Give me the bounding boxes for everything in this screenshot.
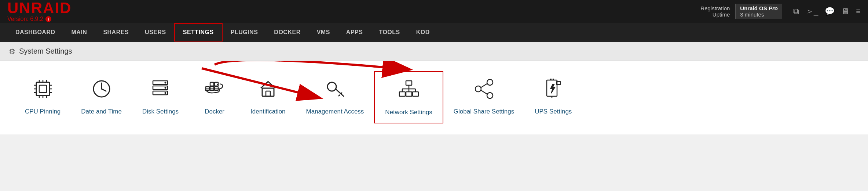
- svg-rect-28: [210, 82, 214, 86]
- svg-point-46: [487, 79, 493, 85]
- svg-point-23: [165, 87, 166, 89]
- logo: UNRAID: [7, 0, 72, 16]
- docker-icon: [204, 78, 226, 103]
- terminal-icon[interactable]: ＞_: [806, 6, 818, 17]
- cpu-icon: [32, 78, 54, 103]
- unraid-pro-badge: Unraid OS Pro 3 minutes: [735, 4, 782, 19]
- pro-label: Pro: [769, 5, 778, 11]
- svg-point-24: [165, 92, 166, 94]
- ups-icon: [542, 78, 564, 103]
- unraid-os-label: Unraid OS: [740, 5, 767, 11]
- settings-item-label-cpu-pinning[interactable]: CPU Pinning: [25, 108, 61, 115]
- svg-rect-32: [266, 91, 270, 96]
- uptime-value: 3 minutes: [740, 11, 764, 18]
- top-right-section: Registration Uptime Unraid OS Pro 3 minu…: [700, 4, 861, 19]
- settings-item-label-docker[interactable]: Docker: [205, 108, 224, 115]
- settings-item-date-and-time[interactable]: Date and Time: [71, 71, 132, 122]
- nav-item-plugins[interactable]: PLUGINS: [223, 24, 266, 41]
- svg-point-47: [475, 86, 481, 92]
- settings-item-label-ups-settings[interactable]: UPS Settings: [535, 108, 572, 115]
- svg-rect-2: [36, 82, 50, 96]
- menu-icon[interactable]: ≡: [856, 7, 861, 16]
- svg-line-18: [102, 89, 106, 91]
- settings-item-label-identification[interactable]: Identification: [250, 108, 285, 115]
- registration-info: Registration Uptime: [700, 5, 730, 18]
- version-label: Version: 6.9.2: [7, 16, 43, 22]
- svg-line-35: [341, 93, 342, 94]
- nav-item-tools[interactable]: TOOLS: [371, 24, 408, 41]
- registration-label: Registration: [700, 5, 730, 11]
- settings-item-identification[interactable]: Identification: [240, 71, 296, 122]
- settings-item-label-network-settings[interactable]: Network Settings: [385, 109, 432, 116]
- nav-item-shares[interactable]: SHARES: [95, 24, 137, 41]
- top-icons: ⧉ ＞_ 💬 🖥 ≡: [793, 6, 861, 17]
- nav-item-users[interactable]: USERS: [137, 24, 174, 41]
- settings-item-ups-settings[interactable]: UPS Settings: [524, 71, 582, 122]
- chat-icon[interactable]: 💬: [825, 7, 835, 16]
- disk-icon: [149, 78, 171, 103]
- settings-item-disk-settings[interactable]: Disk Settings: [132, 71, 189, 122]
- settings-item-label-global-share-settings[interactable]: Global Share Settings: [454, 108, 514, 115]
- info-icon[interactable]: i: [45, 16, 51, 22]
- nav-item-kod[interactable]: KOD: [408, 24, 438, 41]
- settings-item-label-date-and-time[interactable]: Date and Time: [81, 108, 122, 115]
- settings-item-docker[interactable]: Docker: [189, 71, 240, 122]
- logo-section: UNRAID Version: 6.9.2 i: [7, 0, 72, 22]
- system-settings-bar: ⚙ System Settings: [0, 42, 868, 61]
- version-line: Version: 6.9.2 i: [7, 16, 72, 22]
- settings-item-network-settings[interactable]: Network Settings: [374, 71, 443, 123]
- uptime-label: Uptime: [713, 11, 730, 18]
- svg-rect-40: [413, 92, 418, 96]
- house-icon: [257, 78, 279, 103]
- top-bar: UNRAID Version: 6.9.2 i Registration Upt…: [0, 0, 868, 23]
- monitor-icon[interactable]: 🖥: [841, 7, 849, 16]
- svg-point-33: [327, 82, 336, 91]
- settings-item-cpu-pinning[interactable]: CPU Pinning: [15, 71, 71, 122]
- gear-icon: ⚙: [9, 47, 15, 56]
- nav-item-apps[interactable]: APPS: [338, 24, 371, 41]
- system-settings-title: System Settings: [19, 47, 72, 55]
- nav-item-docker[interactable]: DOCKER: [266, 24, 308, 41]
- svg-point-22: [165, 82, 166, 84]
- svg-rect-37: [406, 81, 412, 85]
- settings-item-label-management-access[interactable]: Management Access: [306, 108, 364, 115]
- nav-item-main[interactable]: MAIN: [63, 24, 95, 41]
- settings-item-label-disk-settings[interactable]: Disk Settings: [142, 108, 179, 115]
- svg-rect-31: [262, 88, 274, 96]
- svg-line-49: [481, 84, 487, 87]
- svg-rect-38: [399, 92, 405, 96]
- clock-icon: [91, 78, 113, 103]
- svg-line-36: [338, 95, 340, 96]
- key-icon: [324, 78, 346, 103]
- share-icon: [473, 78, 495, 103]
- settings-item-global-share-settings[interactable]: Global Share Settings: [443, 71, 524, 122]
- network-icon: [398, 79, 420, 104]
- svg-point-48: [487, 93, 493, 98]
- svg-rect-39: [406, 92, 412, 96]
- nav-item-vms[interactable]: VMS: [309, 24, 338, 41]
- svg-line-50: [481, 90, 487, 94]
- nav-item-settings[interactable]: SETTINGS: [174, 23, 223, 42]
- settings-item-management-access[interactable]: Management Access: [296, 71, 374, 122]
- screen-icon[interactable]: ⧉: [793, 7, 799, 16]
- svg-rect-3: [39, 85, 47, 93]
- nav-item-dashboard[interactable]: DASHBOARD: [7, 24, 63, 41]
- settings-grid: CPU Pinning Date and Time Disk Settings …: [0, 61, 868, 134]
- nav-bar: DASHBOARDMAINSHARESUSERSSETTINGSPLUGINSD…: [0, 23, 868, 42]
- svg-point-30: [217, 84, 218, 85]
